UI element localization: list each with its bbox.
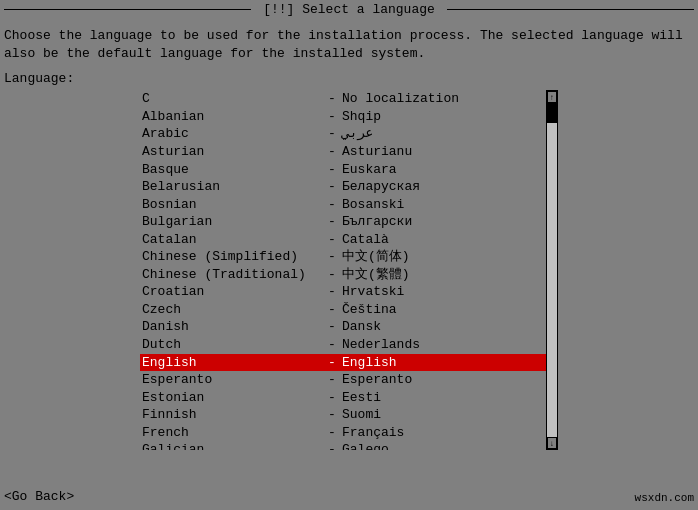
list-item[interactable]: Belarusian-Беларуская [140,178,546,196]
lang-native: Bosanski [342,196,544,214]
language-list[interactable]: C-No localizationAlbanian-ShqipArabic-عر… [140,90,546,450]
go-back-button[interactable]: <Go Back> [4,489,74,504]
lang-name: Chinese (Simplified) [142,248,322,266]
lang-name: Belarusian [142,178,322,196]
lang-native: Asturianu [342,143,544,161]
lang-dash: - [322,283,342,301]
scrollbar[interactable]: ↑ ↓ [546,90,558,450]
list-item[interactable]: Dutch-Nederlands [140,336,546,354]
lang-dash: - [322,354,342,372]
list-item[interactable]: Esperanto-Esperanto [140,371,546,389]
lang-native: Esperanto [342,371,544,389]
lang-dash: - [322,108,342,126]
list-item[interactable]: Finnish-Suomi [140,406,546,424]
lang-dash: - [322,336,342,354]
lang-native: Dansk [342,318,544,336]
lang-name: Arabic [142,125,322,143]
lang-dash: - [322,301,342,319]
lang-native: Shqip [342,108,544,126]
title-bar: [!!] Select a language [0,0,698,19]
lang-native: Suomi [342,406,544,424]
lang-dash: - [322,248,342,266]
list-item[interactable]: Chinese (Simplified)-中文(简体) [140,248,546,266]
lang-native: Eesti [342,389,544,407]
lang-name: Asturian [142,143,322,161]
lang-dash: - [322,196,342,214]
list-item[interactable]: Asturian-Asturianu [140,143,546,161]
description-line1: Choose the language to be used for the i… [4,27,694,45]
lang-native: 中文(简体) [342,248,544,266]
lang-native: Galego [342,441,544,450]
description: Choose the language to be used for the i… [0,19,698,67]
lang-name: Esperanto [142,371,322,389]
lang-name: Finnish [142,406,322,424]
lang-dash: - [322,213,342,231]
lang-native: No localization [342,90,544,108]
lang-dash: - [322,231,342,249]
list-item[interactable]: Croatian-Hrvatski [140,283,546,301]
lang-native: English [342,354,544,372]
lang-name: Bosnian [142,196,322,214]
title-text: [!!] Select a language [259,2,439,17]
lang-dash: - [322,143,342,161]
lang-dash: - [322,266,342,284]
lang-name: English [142,354,322,372]
list-item[interactable]: Danish-Dansk [140,318,546,336]
lang-dash: - [322,90,342,108]
list-item[interactable]: Bosnian-Bosanski [140,196,546,214]
lang-native: Hrvatski [342,283,544,301]
lang-name: C [142,90,322,108]
list-item[interactable]: Estonian-Eesti [140,389,546,407]
lang-native: Nederlands [342,336,544,354]
list-item[interactable]: Bulgarian-Български [140,213,546,231]
description-line2: also be the default language for the ins… [4,45,694,63]
lang-dash: - [322,389,342,407]
lang-dash: - [322,161,342,179]
list-item[interactable]: Albanian-Shqip [140,108,546,126]
lang-native: Français [342,424,544,442]
lang-name: Chinese (Traditional) [142,266,322,284]
scroll-down-arrow[interactable]: ↓ [547,437,557,449]
lang-dash: - [322,371,342,389]
lang-dash: - [322,406,342,424]
scrollbar-thumb[interactable] [547,103,557,123]
lang-name: Basque [142,161,322,179]
lang-name: French [142,424,322,442]
lang-name: Croatian [142,283,322,301]
lang-name: Galician [142,441,322,450]
watermark: wsxdn.com [635,492,694,504]
lang-name: Czech [142,301,322,319]
lang-native: Беларуская [342,178,544,196]
lang-name: Dutch [142,336,322,354]
lang-dash: - [322,441,342,450]
list-item[interactable]: Galician-Galego [140,441,546,450]
lang-native: Euskara [342,161,544,179]
lang-native: Čeština [342,301,544,319]
list-item[interactable]: Arabic-عربي [140,125,546,143]
lang-native: Català [342,231,544,249]
scroll-up-arrow[interactable]: ↑ [547,91,557,103]
lang-native: 中文(繁體) [342,266,544,284]
list-item[interactable]: Catalan-Català [140,231,546,249]
list-item[interactable]: Basque-Euskara [140,161,546,179]
lang-name: Albanian [142,108,322,126]
language-list-container: C-No localizationAlbanian-ShqipArabic-عر… [140,90,558,450]
lang-native: Български [342,213,544,231]
lang-dash: - [322,318,342,336]
lang-name: Danish [142,318,322,336]
lang-dash: - [322,424,342,442]
list-item[interactable]: English-English [140,354,546,372]
list-item[interactable]: French-Français [140,424,546,442]
language-label: Language: [0,67,698,88]
lang-dash: - [322,125,342,143]
list-item[interactable]: Chinese (Traditional)-中文(繁體) [140,266,546,284]
lang-dash: - [322,178,342,196]
list-item[interactable]: C-No localization [140,90,546,108]
lang-name: Bulgarian [142,213,322,231]
lang-native: عربي [342,125,544,143]
lang-name: Estonian [142,389,322,407]
scrollbar-track [547,103,557,437]
lang-name: Catalan [142,231,322,249]
list-item[interactable]: Czech-Čeština [140,301,546,319]
